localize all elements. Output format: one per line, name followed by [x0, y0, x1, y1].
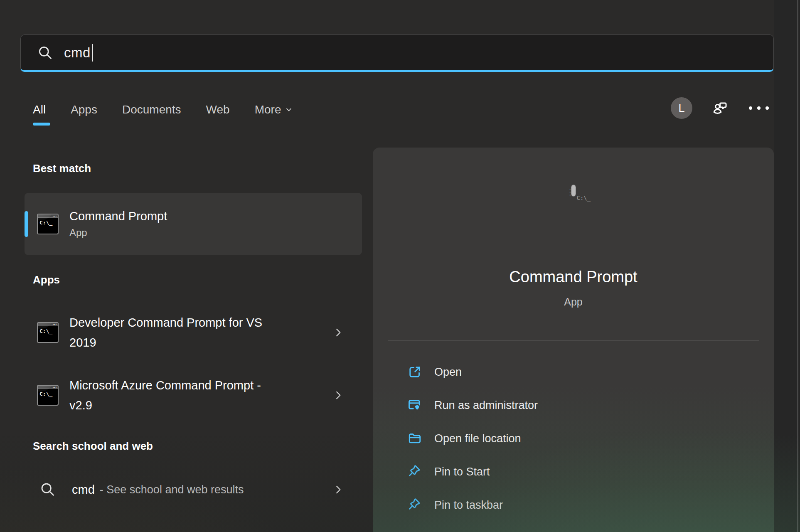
action-run-as-administrator[interactable]: Run as administrator [373, 389, 774, 422]
panel-divider [388, 340, 759, 341]
tab-apps[interactable]: Apps [71, 103, 97, 126]
tab-all[interactable]: All [33, 103, 46, 126]
open-external-icon [407, 365, 423, 379]
topbar-icons: L [671, 97, 770, 119]
tab-documents-label: Documents [122, 103, 181, 116]
web-section-heading: Search school and web [33, 440, 153, 453]
tab-apps-label: Apps [71, 103, 97, 116]
preview-panel: • • • C:\_ Command Prompt App Open [373, 148, 774, 532]
result-title: Microsoft Azure Command Prompt - v2.9 [69, 375, 265, 415]
apps-heading: Apps [33, 273, 60, 286]
tab-documents[interactable]: Documents [122, 103, 181, 126]
action-label: Open [434, 366, 462, 379]
search-flyout: cmd All Apps Documents Web More L Best [0, 0, 800, 532]
result-developer-command-prompt[interactable]: ••• C:\_ Developer Command Prompt for VS… [25, 302, 362, 362]
result-azure-command-prompt[interactable]: ••• C:\_ Microsoft Azure Command Prompt … [25, 365, 362, 425]
result-subtitle: App [69, 227, 167, 239]
result-title: Command Prompt [69, 209, 167, 223]
window-edge-highlight [797, 0, 798, 532]
web-query-text: cmd [72, 483, 95, 497]
search-query-text: cmd [64, 45, 91, 61]
desktop-gutter [774, 0, 800, 532]
action-open-file-location[interactable]: Open file location [373, 422, 774, 455]
web-query-description: - See school and web results [100, 483, 244, 496]
user-avatar[interactable]: L [671, 97, 692, 119]
tab-more-label: More [255, 103, 281, 116]
chevron-down-icon [285, 106, 293, 113]
command-prompt-icon-large: • • • C:\_ [571, 185, 576, 196]
action-pin-to-taskbar[interactable]: Pin to taskbar [373, 488, 774, 522]
search-filter-tabs: All Apps Documents Web More [33, 103, 293, 126]
action-list: Open Run as administrator [373, 355, 774, 522]
best-match-heading: Best match [33, 162, 91, 175]
chevron-right-icon[interactable] [333, 327, 344, 338]
pin-icon [407, 498, 423, 512]
search-icon [39, 481, 56, 498]
action-label: Pin to Start [434, 466, 490, 478]
action-label: Pin to taskbar [434, 499, 503, 512]
text-caret [92, 44, 93, 62]
action-label: Run as administrator [434, 399, 538, 412]
command-prompt-icon: ••• C:\_ [37, 322, 59, 343]
action-pin-to-start[interactable]: Pin to Start [373, 455, 774, 488]
preview-title: Command Prompt [373, 268, 774, 286]
chevron-right-icon[interactable] [333, 484, 344, 495]
search-input[interactable]: cmd [20, 34, 774, 72]
command-prompt-icon: ••• C:\_ [37, 214, 59, 234]
preview-subtitle: App [373, 296, 774, 308]
tab-all-label: All [33, 103, 46, 116]
command-prompt-icon: ••• C:\_ [37, 385, 59, 406]
tab-web[interactable]: Web [206, 103, 230, 126]
tab-web-label: Web [206, 103, 230, 116]
action-open[interactable]: Open [373, 355, 774, 389]
action-label: Open file location [434, 432, 521, 445]
result-web-search[interactable]: cmd - See school and web results [25, 472, 362, 507]
avatar-letter: L [678, 102, 684, 115]
selection-accent-bar [25, 211, 28, 237]
search-icon [37, 45, 53, 61]
chevron-right-icon[interactable] [333, 390, 344, 401]
folder-icon [407, 431, 423, 446]
tab-more[interactable]: More [255, 103, 293, 126]
result-title: Developer Command Prompt for VS 2019 [69, 313, 265, 352]
result-command-prompt[interactable]: ••• C:\_ Command Prompt App [25, 193, 362, 255]
more-options-icon[interactable] [747, 104, 770, 112]
window-shield-icon [407, 398, 423, 413]
pin-icon [407, 464, 423, 479]
feedback-icon[interactable] [711, 99, 729, 117]
